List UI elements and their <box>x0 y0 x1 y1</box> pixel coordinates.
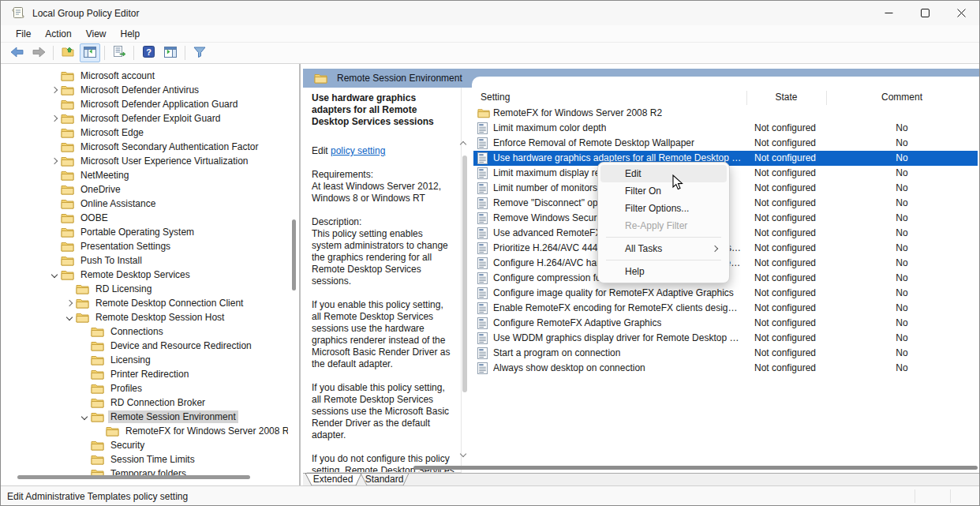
setting-state: Not configured <box>754 182 834 193</box>
help-button[interactable]: ? <box>138 43 159 62</box>
back-button[interactable] <box>6 43 27 62</box>
description-scrollbar-thumb[interactable] <box>462 156 467 392</box>
tree-item-microsoft-defender-application-guard[interactable]: Microsoft Defender Application Guard <box>2 97 288 111</box>
tree-item-session-time-limits[interactable]: Session Time Limits <box>2 452 288 467</box>
settings-row-configure-remotefx-adaptive-graphics[interactable]: Configure RemoteFX Adaptive GraphicsNot … <box>473 316 978 331</box>
tree-item-microsoft-defender-exploit-guard[interactable]: Microsoft Defender Exploit Guard <box>2 111 288 126</box>
menu-action[interactable]: Action <box>38 27 78 41</box>
setting-name: RemoteFX for Windows Server 2008 R2 <box>493 107 662 118</box>
chevron-right-icon[interactable] <box>47 156 61 167</box>
tree-item-remote-desktop-services[interactable]: Remote Desktop Services <box>2 268 288 282</box>
close-button[interactable] <box>943 1 979 25</box>
tree-item-label: Microsoft Defender Application Guard <box>78 98 240 111</box>
settings-row-enforce-removal-of-remote-desktop-wallpa[interactable]: Enforce Removal of Remote Desktop Wallpa… <box>473 136 978 151</box>
tree-item-device-and-resource-redirection[interactable]: Device and Resource Redirection <box>2 339 288 353</box>
tree-item-oobe[interactable]: OOBE <box>2 211 288 225</box>
settings-row-start-a-program-on-connection[interactable]: Start a program on connectionNot configu… <box>473 346 978 361</box>
menu-help[interactable]: Help <box>114 27 148 41</box>
folder-icon <box>91 354 104 365</box>
minimize-button[interactable] <box>870 1 907 25</box>
tree-item-onedrive[interactable]: OneDrive <box>2 182 288 197</box>
tree-vertical-scrollbar[interactable] <box>292 219 296 290</box>
tree-item-microsoft-secondary-authentication-factor[interactable]: Microsoft Secondary Authentication Facto… <box>2 140 288 154</box>
folder-icon <box>61 141 74 152</box>
context-menu-item-filter-options[interactable]: Filter Options... <box>600 200 727 217</box>
column-divider[interactable] <box>746 91 747 105</box>
tree-item-microsoft-account[interactable]: Microsoft account <box>2 69 288 83</box>
forward-button[interactable] <box>28 43 49 62</box>
menu-file[interactable]: File <box>9 27 38 41</box>
setting-state: Not configured <box>754 317 834 328</box>
tree-item-netmeeting[interactable]: NetMeeting <box>2 168 288 182</box>
chevron-right-icon[interactable] <box>47 84 61 96</box>
settings-row-enable-remotefx-encoding-for-remotefx-cl[interactable]: Enable RemoteFX encoding for RemoteFX cl… <box>473 301 978 316</box>
setting-state: Not configured <box>754 272 834 283</box>
tree-item-microsoft-defender-antivirus[interactable]: Microsoft Defender Antivirus <box>2 83 288 97</box>
setting-state: Not configured <box>754 227 834 238</box>
setting-name: Enable RemoteFX encoding for RemoteFX cl… <box>493 302 742 313</box>
context-menu-item-edit[interactable]: Edit <box>600 165 727 182</box>
title-bar: Local Group Policy Editor <box>1 1 979 25</box>
chevron-right-icon[interactable] <box>62 298 76 309</box>
tree-item-online-assistance[interactable]: Online Assistance <box>2 197 288 211</box>
policy-icon <box>477 182 490 194</box>
scroll-down-icon[interactable] <box>461 448 468 455</box>
folder-icon <box>61 212 74 223</box>
tree-item-label: Microsoft User Experience Virtualization <box>78 155 251 167</box>
column-header-comment[interactable]: Comment <box>826 92 978 103</box>
scroll-up-icon[interactable] <box>461 138 468 145</box>
tree-item-push-to-install[interactable]: Push To Install <box>2 253 288 268</box>
policy-setting-link[interactable]: policy setting <box>331 145 385 156</box>
tree-item-printer-redirection[interactable]: Printer Redirection <box>2 367 288 381</box>
tree-item-security[interactable]: Security <box>2 438 288 452</box>
tree-item-remote-desktop-session-host[interactable]: Remote Desktop Session Host <box>2 310 288 324</box>
tree-item-portable-operating-system[interactable]: Portable Operating System <box>2 225 288 239</box>
settings-list-header: Setting State Comment <box>472 89 978 106</box>
tree-item-label: Microsoft Secondary Authentication Facto… <box>78 141 260 153</box>
chevron-right-icon[interactable] <box>47 113 61 124</box>
column-header-setting[interactable]: Setting <box>481 92 510 103</box>
menu-separator <box>606 260 721 260</box>
tree-item-licensing[interactable]: Licensing <box>2 353 288 367</box>
console-tree-toggle-button[interactable] <box>80 43 100 62</box>
action-pane-toggle-button[interactable] <box>160 43 181 62</box>
settings-row-configure-image-quality-for-remotefx-ada[interactable]: Configure image quality for RemoteFX Ada… <box>473 286 978 301</box>
tree-item-microsoft-user-experience-virtualization[interactable]: Microsoft User Experience Virtualization <box>2 154 288 168</box>
chevron-down-icon[interactable] <box>47 269 61 280</box>
tree-item-profiles[interactable]: Profiles <box>2 381 288 395</box>
menu-view[interactable]: View <box>79 27 114 41</box>
context-menu-item-help[interactable]: Help <box>600 263 727 280</box>
tree-item-presentation-settings[interactable]: Presentation Settings <box>2 239 288 253</box>
settings-row-limit-maximum-color-depth[interactable]: Limit maximum color depthNot configuredN… <box>473 121 978 136</box>
maximize-button[interactable] <box>907 1 943 25</box>
tree-item-connections[interactable]: Connections <box>2 324 288 339</box>
setting-comment: No <box>826 287 978 298</box>
policy-icon <box>477 167 490 179</box>
description-scrollbar[interactable] <box>458 88 472 472</box>
tree-item-remotefx-for-windows-server-2008-r2[interactable]: RemoteFX for Windows Server 2008 R2 <box>2 424 288 438</box>
filter-button[interactable] <box>189 43 210 62</box>
tree-item-remote-desktop-connection-client[interactable]: Remote Desktop Connection Client <box>2 296 288 310</box>
forward-icon <box>32 47 46 60</box>
context-menu-item-filter-on[interactable]: Filter On <box>600 182 727 200</box>
tree-item-remote-session-environment[interactable]: Remote Session Environment <box>2 410 288 424</box>
column-divider[interactable] <box>826 91 827 105</box>
settings-row-use-wddm-graphics-display-driver-for-rem[interactable]: Use WDDM graphics display driver for Rem… <box>473 331 978 346</box>
tab-standard[interactable]: Standard <box>363 474 406 485</box>
settings-row-remotefx-for-windows-server-2008-r2[interactable]: RemoteFX for Windows Server 2008 R2 <box>473 106 978 121</box>
tab-extended[interactable]: Extended <box>309 474 357 485</box>
tree-item-label: Connections <box>108 325 166 338</box>
chevron-down-icon[interactable] <box>62 312 76 323</box>
chevron-down-icon[interactable] <box>77 411 91 422</box>
tree-item-microsoft-edge[interactable]: Microsoft Edge <box>2 126 288 140</box>
setting-state: Not configured <box>754 197 834 208</box>
list-horizontal-scrollbar[interactable] <box>413 466 978 470</box>
tree-horizontal-scrollbar[interactable] <box>17 475 250 479</box>
tree-item-rd-connection-broker[interactable]: RD Connection Broker <box>2 395 288 410</box>
context-menu-item-all-tasks[interactable]: All Tasks <box>600 240 727 257</box>
settings-row-always-show-desktop-on-connection[interactable]: Always show desktop on connectionNot con… <box>473 361 978 376</box>
column-header-state[interactable]: State <box>746 92 826 103</box>
tree-item-rd-licensing[interactable]: RD Licensing <box>2 282 288 296</box>
export-list-button[interactable] <box>109 43 129 62</box>
up-one-level-button[interactable] <box>58 43 78 62</box>
